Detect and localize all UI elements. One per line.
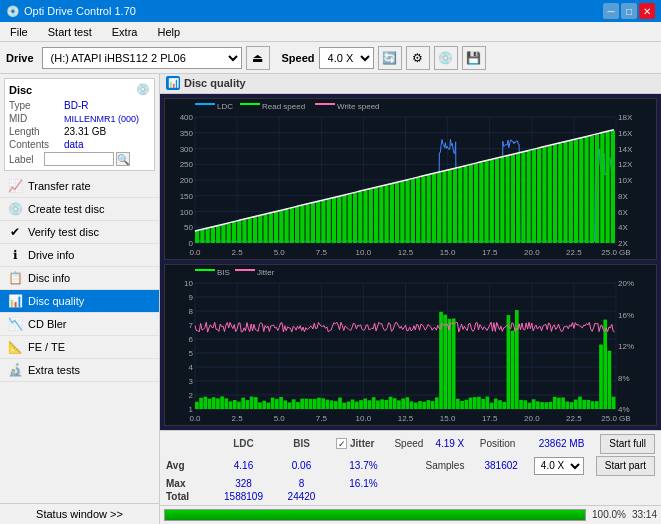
disc-button[interactable]: 💿 <box>434 46 458 70</box>
label-key: Label <box>9 154 44 165</box>
type-label: Type <box>9 100 64 111</box>
charts-container <box>160 94 661 430</box>
top-chart <box>164 98 657 260</box>
nav-drive-info[interactable]: ℹ Drive info <box>0 244 159 267</box>
progress-percent: 100.0% <box>592 509 626 520</box>
mid-value: MILLENMR1 (000) <box>64 114 139 124</box>
contents-value: data <box>64 139 83 150</box>
verify-test-disc-icon: ✔ <box>8 225 22 239</box>
length-value: 23.31 GB <box>64 126 106 137</box>
start-part-button[interactable]: Start part <box>596 456 655 476</box>
disc-length-row: Length 23.31 GB <box>9 126 150 137</box>
jitter-checkbox[interactable]: ✓ <box>336 438 347 449</box>
title-bar-controls: ─ □ ✕ <box>603 3 655 19</box>
status-window-button[interactable]: Status window >> <box>0 503 159 524</box>
nav-disc-info-label: Disc info <box>28 272 70 284</box>
extra-tests-icon: 🔬 <box>8 363 22 377</box>
nav-create-test-disc[interactable]: 💿 Create test disc <box>0 198 159 221</box>
label-input[interactable] <box>44 152 114 166</box>
nav-cd-bler[interactable]: 📉 CD Bler <box>0 313 159 336</box>
nav-cd-bler-label: CD Bler <box>28 318 67 330</box>
speed-select[interactable]: 4.0 X <box>319 47 374 69</box>
drive-select[interactable]: (H:) ATAPI iHBS112 2 PL06 <box>42 47 242 69</box>
save-button[interactable]: 💾 <box>462 46 486 70</box>
stats-avg-row: Avg 4.16 0.06 13.7% Samples 381602 4.0 X <box>166 456 655 476</box>
speed-label: Speed <box>282 52 315 64</box>
speed-select-stats[interactable]: 4.0 X <box>534 457 584 475</box>
nav-list: 📈 Transfer rate 💿 Create test disc ✔ Ver… <box>0 175 159 382</box>
type-value: BD-R <box>64 100 88 111</box>
samples-label: Samples <box>425 460 480 471</box>
position-label: Position <box>480 438 535 449</box>
stats-max-row: Max 328 8 16.1% <box>166 478 655 489</box>
menu-file[interactable]: File <box>4 22 34 41</box>
settings-button[interactable]: ⚙ <box>406 46 430 70</box>
nav-transfer-rate[interactable]: 📈 Transfer rate <box>0 175 159 198</box>
position-row: Position 23862 MB <box>480 438 585 449</box>
stats-total-row: Total 1588109 24420 <box>166 491 655 502</box>
nav-verify-test-disc[interactable]: ✔ Verify test disc <box>0 221 159 244</box>
eject-button[interactable]: ⏏ <box>246 46 270 70</box>
app-title: Opti Drive Control 1.70 <box>24 5 136 17</box>
max-bis: 8 <box>279 478 324 489</box>
mid-label: MID <box>9 113 64 124</box>
fe-te-icon: 📐 <box>8 340 22 354</box>
contents-label: Contents <box>9 139 64 150</box>
label-icon-button[interactable]: 🔍 <box>116 152 130 166</box>
drive-label: Drive <box>6 52 34 64</box>
speed-stat-value: 4.19 X <box>435 438 464 449</box>
nav-create-test-disc-label: Create test disc <box>28 203 104 215</box>
progress-bar-fill <box>165 510 585 520</box>
nav-disc-info[interactable]: 📋 Disc info <box>0 267 159 290</box>
disc-type-row: Type BD-R <box>9 100 150 111</box>
right-stats: Position 23862 MB <box>480 438 585 449</box>
disc-info-panel: Disc 💿 Type BD-R MID MILLENMR1 (000) Len… <box>4 78 155 171</box>
sidebar: Disc 💿 Type BD-R MID MILLENMR1 (000) Len… <box>0 74 160 524</box>
speed-stat-label: Speed <box>394 438 423 449</box>
nav-transfer-rate-label: Transfer rate <box>28 180 91 192</box>
total-label: Total <box>166 491 208 502</box>
bis-col-header: BIS <box>279 438 324 449</box>
stats-panel: LDC BIS ✓ Jitter Speed 4.19 X Position 2… <box>160 430 661 505</box>
nav-extra-tests[interactable]: 🔬 Extra tests <box>0 359 159 382</box>
progress-time: 33:14 <box>632 509 657 520</box>
position-value: 23862 MB <box>539 438 585 449</box>
transfer-rate-icon: 📈 <box>8 179 22 193</box>
title-bar-title: 💿 Opti Drive Control 1.70 <box>6 5 136 18</box>
nav-extra-tests-label: Extra tests <box>28 364 80 376</box>
title-bar: 💿 Opti Drive Control 1.70 ─ □ ✕ <box>0 0 661 22</box>
menu-extra[interactable]: Extra <box>106 22 144 41</box>
start-full-button[interactable]: Start full <box>600 434 655 454</box>
menu-bar: File Start test Extra Help <box>0 22 661 42</box>
maximize-button[interactable]: □ <box>621 3 637 19</box>
stats-header-row: LDC BIS ✓ Jitter Speed 4.19 X Position 2… <box>166 434 655 454</box>
avg-label: Avg <box>166 460 208 471</box>
disc-label-row: Label 🔍 <box>9 152 150 166</box>
minimize-button[interactable]: ─ <box>603 3 619 19</box>
content-area: 📊 Disc quality LDC BIS ✓ Jitter <box>160 74 661 524</box>
length-label: Length <box>9 126 64 137</box>
bis-jitter-chart-canvas <box>165 265 656 425</box>
menu-help[interactable]: Help <box>151 22 186 41</box>
nav-disc-quality[interactable]: 📊 Disc quality <box>0 290 159 313</box>
samples-value: 381602 <box>484 460 517 471</box>
disc-panel-title: Disc <box>9 84 32 96</box>
max-label: Max <box>166 478 208 489</box>
create-test-disc-icon: 💿 <box>8 202 22 216</box>
total-bis: 24420 <box>279 491 324 502</box>
max-jitter: 16.1% <box>336 478 391 489</box>
refresh-button[interactable]: 🔄 <box>378 46 402 70</box>
menu-start-test[interactable]: Start test <box>42 22 98 41</box>
total-ldc: 1588109 <box>216 491 271 502</box>
app-icon: 💿 <box>6 5 20 18</box>
nav-fe-te[interactable]: 📐 FE / TE <box>0 336 159 359</box>
nav-verify-test-disc-label: Verify test disc <box>28 226 99 238</box>
cd-bler-icon: 📉 <box>8 317 22 331</box>
avg-jitter: 13.7% <box>336 460 391 471</box>
disc-quality-title: Disc quality <box>184 77 246 89</box>
action-buttons: Start full <box>600 434 655 454</box>
close-button[interactable]: ✕ <box>639 3 655 19</box>
disc-contents-row: Contents data <box>9 139 150 150</box>
main-layout: Disc 💿 Type BD-R MID MILLENMR1 (000) Len… <box>0 74 661 524</box>
bottom-chart <box>164 264 657 426</box>
